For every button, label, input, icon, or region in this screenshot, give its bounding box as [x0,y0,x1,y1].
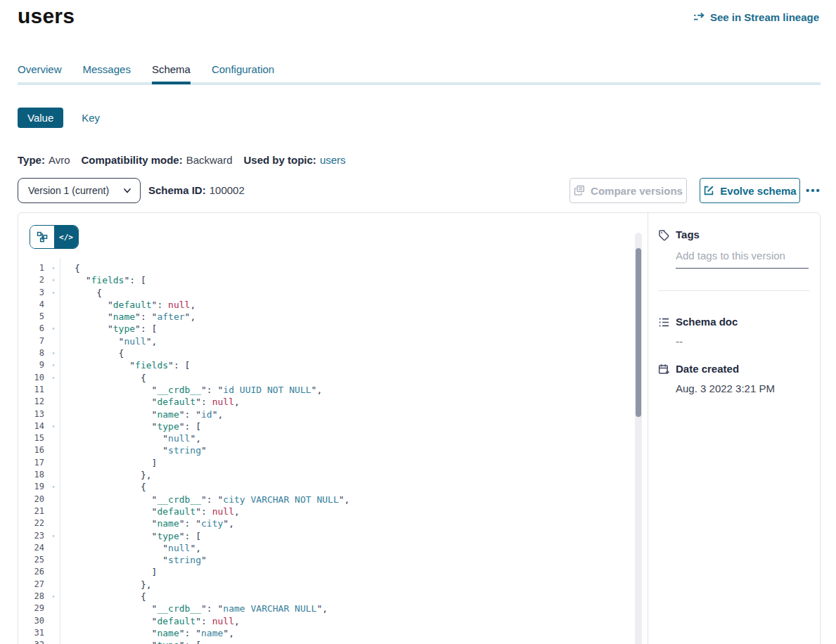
code-text: "type": [ [58,323,157,335]
code-line: 29 "__crdb__": "name VARCHAR NULL", [18,603,631,614]
code-line: 21 "default": null, [18,505,631,517]
code-view-button[interactable]: </> [54,226,78,248]
code-line: 5 "name": "after", [18,311,631,323]
line-number: 3 [18,287,44,299]
line-number: 15 [18,432,44,444]
code-line: 28▾ { [18,591,631,603]
code-line: 11 "__crdb__": "id UUID NOT NULL", [18,384,631,396]
code-text: "string" [58,444,207,456]
fold-spacer [49,396,58,408]
line-number: 10 [18,372,44,384]
code-text: "null", [58,542,201,554]
code-text: "null", [58,335,157,347]
code-line: 23▾ "type": [ [18,530,631,542]
fold-caret-icon[interactable]: ▾ [49,372,58,384]
compare-versions-label: Compare versions [591,185,683,197]
line-number: 24 [18,542,44,554]
code-text: "__crdb__": "id UUID NOT NULL", [58,384,322,396]
code-text: { [58,287,102,299]
line-number: 14 [18,420,44,432]
fold-caret-icon[interactable]: ▾ [49,591,58,603]
schema-code-editor[interactable]: 1▾{2▾ "fields": [3▾ {4 "default": null,5… [18,262,631,644]
fold-spacer [49,579,58,591]
code-text: "default": null, [58,396,240,408]
line-number: 12 [18,396,44,408]
fold-spacer [49,408,58,420]
fold-caret-icon[interactable]: ▾ [49,420,58,432]
code-line: 30 "default": null, [18,615,631,627]
fold-caret-icon[interactable]: ▾ [49,639,58,644]
code-line: 10▾ { [18,372,631,384]
date-created-icon [658,363,670,375]
code-text: "default": null, [58,299,195,311]
compare-versions-button[interactable]: Compare versions [570,178,687,203]
code-text: "name": "city", [58,517,234,529]
code-view-icon: </> [59,233,73,242]
compat-meta: Compatibility mode:Backward [81,154,232,166]
fold-caret-icon[interactable]: ▾ [49,262,58,274]
tab-messages[interactable]: Messages [83,63,131,84]
compat-label: Compatibility mode: [81,154,182,166]
code-text: { [58,262,80,274]
code-line: 7 "null", [18,335,631,347]
fold-caret-icon[interactable]: ▾ [49,274,58,286]
pane-divider [648,213,648,644]
tags-section-title: Tags [676,228,700,240]
editor-scrollbar-thumb[interactable] [636,248,641,417]
fold-caret-icon[interactable]: ▾ [49,323,58,335]
version-select[interactable]: Version 1 (current) [18,178,141,203]
tab-configuration[interactable]: Configuration [212,63,274,84]
version-select-value: Version 1 (current) [28,185,109,196]
line-number: 25 [18,554,44,566]
schema-id: Schema ID:100002 [148,178,245,203]
code-text: "type": [ [58,420,201,432]
code-line: 32▾ "type": [ [18,639,631,644]
code-text: "name": "name", [58,627,234,639]
fold-spacer [49,505,58,517]
add-tags-input[interactable] [676,248,809,269]
fold-spacer [49,299,58,311]
fold-caret-icon[interactable]: ▾ [49,530,58,542]
fold-spacer [49,469,58,481]
key-toggle-button[interactable]: Key [82,112,100,124]
line-number: 26 [18,566,44,578]
line-number: 23 [18,530,44,542]
code-line: 26 ] [18,566,631,578]
date-created-value: Aug. 3 2022 3:21 PM [676,382,775,394]
fold-spacer [49,566,58,578]
code-text: "default": null, [58,615,240,627]
line-number: 5 [18,311,44,323]
fold-spacer [49,627,58,639]
type-value: Avro [49,154,70,166]
edit-schema-icon [703,185,714,196]
line-number: 4 [18,299,44,311]
code-line: 6▾ "type": [ [18,323,631,335]
type-meta: Type:Avro [18,154,70,166]
topic-link[interactable]: users [320,154,346,166]
fold-caret-icon[interactable]: ▾ [49,347,58,359]
fold-caret-icon[interactable]: ▾ [49,481,58,493]
value-toggle-button[interactable]: Value [18,108,63,128]
fold-caret-icon[interactable]: ▾ [49,359,58,371]
stream-lineage-label: See in Stream lineage [710,11,819,23]
compat-value: Backward [186,154,233,166]
schema-part-toggle: Value Key [18,108,100,128]
code-line: 8▾ { [18,347,631,359]
see-in-stream-lineage-link[interactable]: See in Stream lineage [693,11,819,23]
code-line: 31 "name": "name", [18,627,631,639]
date-created-title: Date created [676,363,739,375]
schema-doc-icon [658,316,670,328]
tab-overview[interactable]: Overview [18,63,62,84]
fold-spacer [49,494,58,505]
tree-view-button[interactable] [30,226,54,248]
schema-doc-title: Schema doc [676,316,738,328]
line-number: 18 [18,469,44,481]
topic-meta: Used by topic:users [244,154,346,166]
code-text: ] [58,457,157,469]
line-number: 27 [18,579,44,591]
tab-schema[interactable]: Schema [152,63,191,84]
code-line: 4 "default": null, [18,299,631,311]
fold-caret-icon[interactable]: ▾ [49,287,58,299]
more-options-button[interactable]: ••• [802,178,825,203]
evolve-schema-button[interactable]: Evolve schema [700,178,800,203]
